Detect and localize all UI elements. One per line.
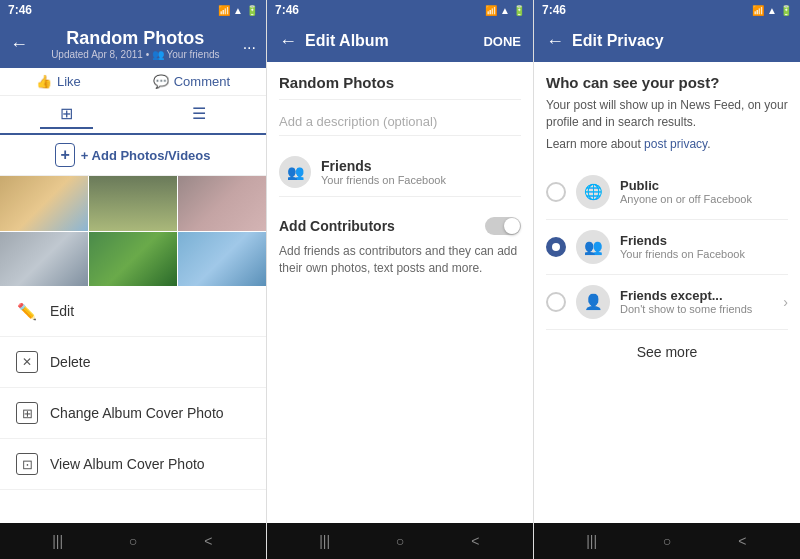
- status-time-3: 7:46: [542, 3, 566, 17]
- menu-delete-label: Delete: [50, 354, 90, 370]
- back-button-3[interactable]: ←: [546, 31, 564, 52]
- privacy-content: Who can see your post? Your post will sh…: [534, 62, 800, 523]
- add-photos-label: + Add Photos/Videos: [81, 148, 211, 163]
- option-public[interactable]: 🌐 Public Anyone on or off Facebook: [546, 165, 788, 220]
- more-button[interactable]: ...: [243, 35, 256, 53]
- done-button[interactable]: DONE: [483, 34, 521, 49]
- battery-icon-2: 🔋: [513, 5, 525, 16]
- public-text: Public Anyone on or off Facebook: [620, 178, 752, 205]
- option-friends-except[interactable]: 👤 Friends except... Don't show to some f…: [546, 275, 788, 330]
- signal-icon-2: 📶: [485, 5, 497, 16]
- audience-text: Friends Your friends on Facebook: [321, 158, 446, 186]
- see-more-button[interactable]: See more: [546, 330, 788, 374]
- album-name-field[interactable]: Random Photos: [279, 74, 521, 100]
- menu-item-view-cover[interactable]: ⊡ View Album Cover Photo: [0, 439, 266, 490]
- friends-except-label: Friends except...: [620, 288, 752, 303]
- panel-edit-privacy: 7:46 📶 ▲ 🔋 ← Edit Privacy Who can see yo…: [534, 0, 800, 559]
- status-icons-1: 📶 ▲ 🔋: [218, 5, 258, 16]
- header-left-2: ← Edit Album: [279, 31, 389, 52]
- nav-bar-3: ||| ○ <: [534, 523, 800, 559]
- nav-home-2[interactable]: ○: [388, 533, 412, 549]
- wifi-icon-2: ▲: [500, 5, 510, 16]
- friends-except-icon: 👤: [576, 285, 610, 319]
- album-menu: ✏️ Edit ✕ Delete ⊞ Change Album Cover Ph…: [0, 286, 266, 523]
- nav-menu-3[interactable]: |||: [580, 533, 604, 549]
- audience-sublabel: Your friends on Facebook: [321, 174, 446, 186]
- friends-label: Friends: [620, 233, 745, 248]
- audience-label: Friends: [321, 158, 446, 174]
- audience-row[interactable]: 👥 Friends Your friends on Facebook: [279, 148, 521, 197]
- audience-icon: 👥: [279, 156, 311, 188]
- option-friends[interactable]: 👥 Friends Your friends on Facebook: [546, 220, 788, 275]
- status-bar-2: 7:46 📶 ▲ 🔋: [267, 0, 533, 20]
- signal-icon-3: 📶: [752, 5, 764, 16]
- public-icon: 🌐: [576, 175, 610, 209]
- menu-edit-label: Edit: [50, 303, 74, 319]
- status-bar-1: 7:46 📶 ▲ 🔋: [0, 0, 266, 20]
- edit-privacy-title: Edit Privacy: [572, 32, 664, 50]
- menu-item-delete[interactable]: ✕ Delete: [0, 337, 266, 388]
- add-photos-button[interactable]: + + Add Photos/Videos: [0, 135, 266, 176]
- menu-change-cover-label: Change Album Cover Photo: [50, 405, 224, 421]
- nav-menu-1[interactable]: |||: [46, 533, 70, 549]
- back-button-2[interactable]: ←: [279, 31, 297, 52]
- edit-privacy-header: ← Edit Privacy: [534, 20, 800, 62]
- photo-cell-5[interactable]: [89, 232, 177, 287]
- description-field[interactable]: Add a description (optional): [279, 108, 521, 136]
- radio-friends-except[interactable]: [546, 292, 566, 312]
- album-title: Random Photos: [66, 28, 204, 49]
- nav-back-3[interactable]: <: [730, 533, 754, 549]
- status-time-1: 7:46: [8, 3, 32, 17]
- radio-friends[interactable]: [546, 237, 566, 257]
- back-button-1[interactable]: ←: [10, 34, 28, 55]
- panel-edit-album: 7:46 📶 ▲ 🔋 ← Edit Album DONE Random Phot…: [267, 0, 534, 559]
- friends-except-sublabel: Don't show to some friends: [620, 303, 752, 315]
- edit-icon: ✏️: [16, 300, 38, 322]
- status-icons-3: 📶 ▲ 🔋: [752, 5, 792, 16]
- friends-sublabel: Your friends on Facebook: [620, 248, 745, 260]
- view-tabs: ⊞ ☰: [0, 96, 266, 135]
- radio-public[interactable]: [546, 182, 566, 202]
- delete-icon: ✕: [16, 351, 38, 373]
- comment-label: Comment: [174, 74, 230, 89]
- like-button[interactable]: 👍 Like: [36, 74, 81, 89]
- toggle-thumb: [504, 218, 520, 234]
- photo-cell-3[interactable]: [178, 176, 266, 231]
- tab-list[interactable]: ☰: [172, 100, 226, 129]
- menu-item-change-cover[interactable]: ⊞ Change Album Cover Photo: [0, 388, 266, 439]
- comment-icon: 💬: [153, 74, 169, 89]
- friends-icon: 👥: [576, 230, 610, 264]
- photo-cell-4[interactable]: [0, 232, 88, 287]
- wifi-icon: ▲: [233, 5, 243, 16]
- learn-more[interactable]: Learn more about post privacy.: [546, 137, 788, 151]
- panel-random-photos: 7:46 📶 ▲ 🔋 ← Random Photos Updated Apr 8…: [0, 0, 267, 559]
- wifi-icon-3: ▲: [767, 5, 777, 16]
- nav-back-2[interactable]: <: [463, 533, 487, 549]
- privacy-question: Who can see your post?: [546, 74, 788, 91]
- edit-album-content: Random Photos Add a description (optiona…: [267, 62, 533, 523]
- contributors-title: Add Contributors: [279, 218, 395, 234]
- photo-cell-2[interactable]: [89, 176, 177, 231]
- change-cover-icon: ⊞: [16, 402, 38, 424]
- album-header: ← Random Photos Updated Apr 8, 2011 • 👥 …: [0, 20, 266, 68]
- photo-cell-6[interactable]: [178, 232, 266, 287]
- post-privacy-link[interactable]: post privacy: [644, 137, 707, 151]
- nav-back-1[interactable]: <: [196, 533, 220, 549]
- nav-home-3[interactable]: ○: [655, 533, 679, 549]
- contributors-section: Add Contributors Add friends as contribu…: [279, 209, 521, 285]
- battery-icon-3: 🔋: [780, 5, 792, 16]
- comment-button[interactable]: 💬 Comment: [153, 74, 230, 89]
- photo-cell-1[interactable]: [0, 176, 88, 231]
- like-label: Like: [57, 74, 81, 89]
- status-bar-3: 7:46 📶 ▲ 🔋: [534, 0, 800, 20]
- battery-icon: 🔋: [246, 5, 258, 16]
- friends-except-text: Friends except... Don't show to some fri…: [620, 288, 752, 315]
- nav-menu-2[interactable]: |||: [313, 533, 337, 549]
- menu-item-edit[interactable]: ✏️ Edit: [0, 286, 266, 337]
- edit-album-header: ← Edit Album DONE: [267, 20, 533, 62]
- header-inner: Random Photos Updated Apr 8, 2011 • 👥 Yo…: [28, 28, 243, 60]
- nav-home-1[interactable]: ○: [121, 533, 145, 549]
- contributors-toggle[interactable]: [485, 217, 521, 235]
- tab-grid[interactable]: ⊞: [40, 100, 93, 129]
- add-photos-icon: +: [55, 143, 74, 167]
